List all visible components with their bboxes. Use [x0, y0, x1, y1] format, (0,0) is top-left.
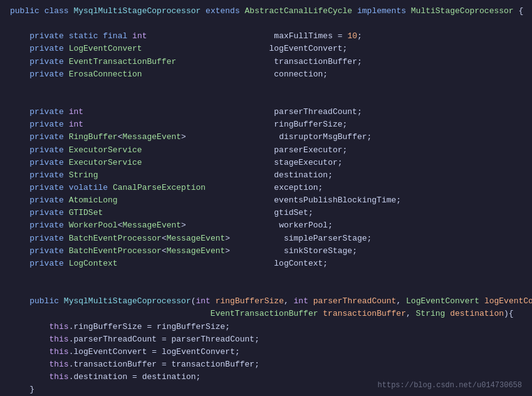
line-blank-5	[0, 283, 532, 295]
line-3: private static final int maxFullTimes = …	[0, 30, 532, 43]
line-5: private EventTransactionBuffer transacti…	[0, 56, 532, 68]
line-blank-3	[0, 93, 532, 106]
line-constructor-4: this.parserThreadCount = parserThreadCou…	[0, 333, 532, 346]
line-constructor-5: this.logEventConvert = logEventConvert;	[0, 346, 532, 358]
line-20: private LogContext logContext;	[0, 258, 532, 270]
line-18: private BatchEventProcessor<MessageEvent…	[0, 232, 532, 245]
code-block: public class MysqlMultiStageCoprocessor …	[0, 0, 532, 396]
line-13: private String destination;	[0, 169, 532, 182]
line-1: public class MysqlMultiStageCoprocessor …	[0, 5, 532, 18]
line-constructor-6: this.transactionBuffer = transactionBuff…	[0, 358, 532, 371]
line-constructor-2: EventTransactionBuffer transactionBuffer…	[0, 308, 532, 320]
line-8: private int parserThreadCount;	[0, 106, 532, 118]
line-6: private ErosaConnection connection;	[0, 68, 532, 81]
line-11: private ExecutorService parserExecutor;	[0, 144, 532, 157]
url-bar: https://blog.csdn.net/u014730658	[378, 380, 522, 391]
line-constructor-3: this.ringBufferSize = ringBufferSize;	[0, 321, 532, 333]
line-10: private RingBuffer<MessageEvent> disrupt…	[0, 131, 532, 143]
line-12: private ExecutorService stageExecutor;	[0, 157, 532, 169]
line-14: private volatile CanalParseException exc…	[0, 182, 532, 194]
line-blank-2	[0, 81, 532, 93]
line-17: private WorkerPool<MessageEvent> workerP…	[0, 219, 532, 232]
line-9: private int ringBufferSize;	[0, 118, 532, 131]
line-19: private BatchEventProcessor<MessageEvent…	[0, 245, 532, 258]
line-constructor-1: public MysqlMultiStageCoprocessor(int ri…	[0, 295, 532, 308]
line-4: private LogEventConvert logEventConvert;	[0, 43, 532, 55]
line-16: private GTIDSet gtidSet;	[0, 207, 532, 219]
line-blank-4	[0, 270, 532, 283]
line-15: private AtomicLong eventsPublishBlocking…	[0, 194, 532, 207]
url-text: https://blog.csdn.net/u014730658	[378, 381, 522, 390]
line-blank-1	[0, 18, 532, 30]
